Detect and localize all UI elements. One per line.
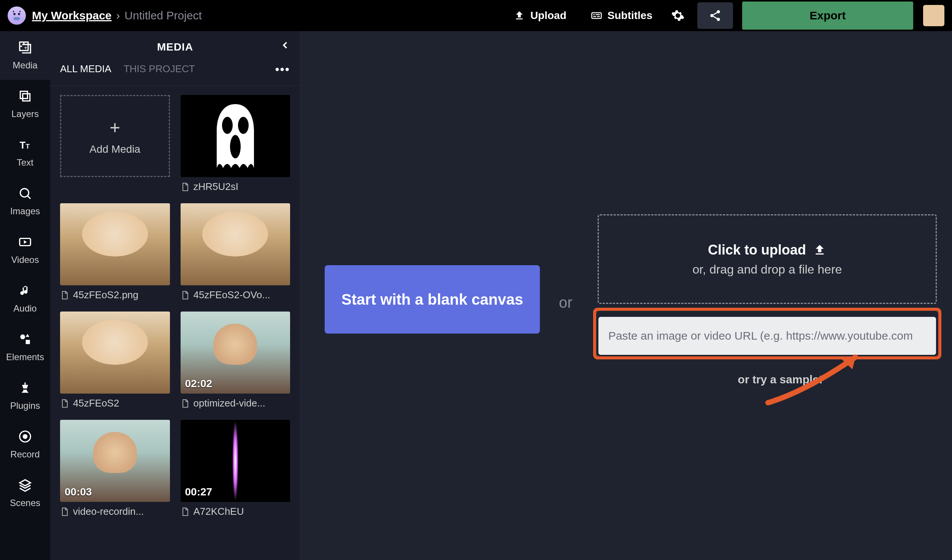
project-name[interactable]: Untitled Project: [125, 9, 202, 22]
media-filename: A72KChEU: [181, 506, 290, 517]
subtitles-button[interactable]: Subtitles: [582, 6, 662, 25]
media-panel-title: MEDIA: [157, 41, 193, 53]
file-icon: [181, 507, 190, 516]
svg-point-19: [20, 334, 25, 339]
workspace-logo[interactable]: [8, 6, 26, 25]
media-thumbnail: [181, 95, 290, 177]
svg-rect-14: [23, 94, 30, 101]
upload-button[interactable]: Upload: [505, 6, 576, 25]
file-icon: [181, 399, 190, 408]
breadcrumb: My Workspace › Untitled Project: [32, 9, 202, 22]
sidebar-item-label: Record: [10, 449, 40, 460]
media-thumbnail: [60, 312, 170, 394]
media-tab-all-media[interactable]: ALL MEDIA: [60, 63, 111, 76]
topbar: My Workspace › Untitled Project Upload S…: [0, 0, 952, 31]
tool-sidebar: +MediaLayersTTTextImagesVideosAudioEleme…: [0, 31, 50, 560]
media-item[interactable]: 00:03video-recordin...: [60, 420, 170, 517]
scenes-icon: [18, 478, 32, 495]
sidebar-item-layers[interactable]: Layers: [0, 80, 50, 128]
sidebar-item-images[interactable]: Images: [0, 177, 50, 226]
sidebar-item-scenes[interactable]: Scenes: [0, 469, 50, 517]
sidebar-item-plugins[interactable]: Plugins: [0, 372, 50, 420]
svg-point-10: [717, 18, 720, 21]
svg-point-0: [13, 13, 16, 15]
media-duration: 02:02: [185, 378, 213, 390]
sidebar-item-audio[interactable]: Audio: [0, 274, 50, 323]
layers-icon: [18, 89, 32, 106]
upload-zone-title: Click to upload: [708, 242, 806, 258]
sidebar-item-label: Scenes: [10, 498, 40, 508]
svg-point-23: [222, 117, 233, 134]
videos-icon: [18, 235, 32, 252]
upload-icon: [813, 243, 827, 257]
subtitles-icon: [591, 10, 602, 21]
media-item[interactable]: 00:27A72KChEU: [181, 420, 290, 517]
plugins-icon: [18, 381, 32, 397]
media-item[interactable]: 45zFEoS2.png: [60, 203, 170, 301]
svg-point-24: [238, 117, 249, 134]
sidebar-item-label: Text: [17, 157, 33, 168]
gear-icon: [671, 9, 685, 22]
media-item[interactable]: 45zFEoS2-OVo...: [181, 203, 290, 301]
media-thumbnail: 00:27: [181, 420, 290, 502]
svg-rect-20: [26, 340, 30, 344]
sidebar-item-videos[interactable]: Videos: [0, 226, 50, 274]
media-item[interactable]: 02:02optimized-vide...: [181, 312, 290, 409]
settings-button[interactable]: [668, 5, 688, 26]
upload-dropzone[interactable]: Click to upload or, drag and drop a file…: [598, 214, 937, 304]
logo-icon: [11, 9, 23, 22]
export-label: Export: [809, 9, 846, 22]
media-filename: 45zFEoS2-OVo...: [181, 289, 290, 301]
sidebar-item-label: Plugins: [10, 400, 40, 411]
svg-point-17: [20, 188, 29, 197]
sidebar-item-label: Elements: [6, 352, 44, 362]
media-panel: MEDIA ALL MEDIATHIS PROJECT••• +Add Medi…: [50, 31, 300, 560]
url-input[interactable]: [598, 317, 936, 355]
sidebar-item-text[interactable]: TTText: [0, 128, 50, 177]
media-filename: video-recordin...: [60, 506, 170, 517]
svg-rect-5: [597, 16, 600, 17]
media-item[interactable]: zHR5U2sI: [181, 95, 290, 193]
svg-rect-6: [593, 14, 595, 15]
subtitles-label: Subtitles: [608, 9, 652, 22]
media-item[interactable]: 45zFEoS2: [60, 312, 170, 409]
svg-point-22: [23, 434, 28, 439]
svg-point-25: [230, 135, 241, 158]
sidebar-item-label: Audio: [13, 303, 36, 314]
more-options-button[interactable]: •••: [275, 62, 290, 76]
breadcrumb-separator: ›: [116, 9, 120, 22]
media-filename: 45zFEoS2.png: [60, 289, 170, 301]
record-icon: [18, 429, 32, 446]
svg-text:T: T: [20, 140, 26, 150]
media-duration: 00:03: [65, 486, 92, 498]
start-blank-label: Start with a blank canvas: [341, 289, 523, 310]
svg-point-1: [18, 13, 20, 15]
add-media-tile[interactable]: +Add Media: [60, 95, 170, 177]
sidebar-item-media[interactable]: +Media: [0, 31, 50, 80]
media-filename: optimized-vide...: [181, 397, 290, 409]
media-thumbnail: 02:02: [181, 312, 290, 394]
workspace-link[interactable]: My Workspace: [32, 9, 112, 22]
export-button[interactable]: Export: [742, 2, 913, 30]
media-thumbnail: [60, 203, 170, 285]
share-button[interactable]: [697, 2, 733, 29]
svg-rect-3: [592, 13, 601, 19]
collapse-panel-button[interactable]: [279, 40, 291, 52]
plus-icon: +: [109, 117, 120, 138]
sidebar-item-record[interactable]: Record: [0, 420, 50, 469]
sidebar-item-label: Media: [13, 60, 37, 71]
user-avatar[interactable]: [923, 5, 944, 26]
media-duration: 00:27: [185, 486, 213, 498]
upload-label: Upload: [530, 9, 566, 22]
svg-rect-13: [20, 91, 27, 98]
media-tab-this-project[interactable]: THIS PROJECT: [124, 63, 195, 76]
upload-zone-subtitle: or, drag and drop a file here: [692, 263, 842, 277]
svg-rect-2: [14, 17, 20, 20]
svg-point-8: [717, 10, 720, 13]
start-blank-canvas-button[interactable]: Start with a blank canvas: [325, 265, 540, 334]
sidebar-item-elements[interactable]: Elements: [0, 323, 50, 372]
add-media-label: Add Media: [89, 143, 140, 155]
upload-icon: [514, 10, 525, 21]
canvas-area: Start with a blank canvas or Click to up…: [300, 31, 952, 560]
try-sample-link[interactable]: or try a sample!: [738, 373, 823, 386]
